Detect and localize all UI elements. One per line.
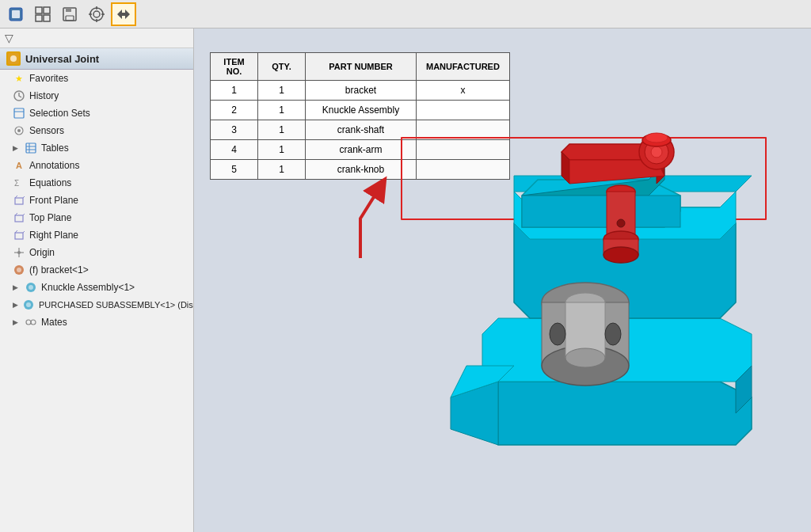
svg-text:Σ: Σ [14,179,19,188]
home-button[interactable] [3,2,29,26]
sidebar: ▽ Universal Joint ★ Favorites [0,28,194,532]
filter-icon: ▽ [5,32,13,44]
cell-qty-3: 1 [258,120,306,140]
svg-rect-2 [36,7,42,13]
assembly-icon [6,51,21,66]
right-plane-icon [13,229,25,241]
svg-point-84 [617,219,625,227]
purchased-expand-arrow: ▶ [13,301,18,309]
mates-label: Mates [41,317,67,328]
svg-line-33 [23,213,25,215]
col-header-item: ITEMNO. [211,53,258,81]
svg-point-75 [651,146,662,158]
cell-item-2: 2 [211,101,258,120]
top-plane-label: Top Plane [29,212,71,223]
target-button[interactable] [84,2,109,26]
svg-rect-68 [522,196,680,227]
knuckle-icon [25,281,37,294]
knuckle-label: Knuckle Assembly<1> [41,282,135,293]
history-label: History [29,90,59,101]
svg-point-64 [550,323,565,345]
sidebar-item-equations[interactable]: Σ Equations [0,174,193,192]
svg-rect-23 [26,143,36,153]
sidebar-item-purchased[interactable]: ▶ PURCHASED SUBASSEMBLY<1> (Diss [0,296,193,314]
svg-point-63 [565,348,605,367]
favorites-label: Favorites [29,73,68,84]
layout-button[interactable] [30,2,55,26]
sidebar-item-knuckle-assembly[interactable]: ▶ Knuckle Assembly<1> [0,279,193,296]
svg-point-46 [26,320,31,325]
svg-marker-15 [117,10,130,19]
purchased-label: PURCHASED SUBASSEMBLY<1> (Diss [39,300,193,310]
sidebar-item-right-plane[interactable]: Right Plane [0,226,193,244]
model-area [375,28,811,532]
col-header-qty: QTY. [258,53,306,81]
cell-qty-5: 1 [258,160,306,180]
cell-item-1: 1 [211,81,258,101]
svg-point-9 [90,8,103,21]
sidebar-item-selection-sets[interactable]: Selection Sets [0,104,193,122]
sidebar-item-tables[interactable]: ▶ Tables [0,139,193,157]
tables-expand-arrow: ▶ [13,144,21,152]
main-area: ▽ Universal Joint ★ Favorites [0,28,811,532]
selection-sets-label: Selection Sets [29,108,90,119]
equations-icon: Σ [13,177,25,189]
svg-point-22 [17,129,21,132]
svg-point-43 [29,285,33,290]
sidebar-filter: ▽ [0,28,193,48]
svg-point-41 [17,268,21,272]
svg-line-36 [23,230,25,233]
favorites-icon: ★ [13,72,25,85]
mates-icon [25,316,37,329]
sensors-icon [13,124,25,137]
equations-label: Equations [29,177,71,188]
save-button[interactable] [57,2,82,26]
svg-rect-5 [44,15,50,21]
sidebar-item-front-plane[interactable]: Front Plane [0,192,193,209]
sidebar-item-origin[interactable]: Origin [0,244,193,261]
cell-qty-1: 1 [258,81,306,101]
svg-rect-1 [12,10,20,18]
annotations-icon: A [13,159,25,172]
annotations-label: Annotations [29,160,79,171]
svg-point-39 [17,251,21,254]
svg-rect-19 [14,108,24,118]
cell-qty-4: 1 [258,140,306,160]
origin-icon [13,246,25,259]
toolbar [0,0,811,28]
sidebar-items: ★ Favorites History Selection Sets [0,70,193,532]
tables-label: Tables [41,142,69,154]
front-plane-icon [13,194,25,207]
tables-icon [25,142,37,154]
svg-point-65 [605,323,621,345]
origin-label: Origin [29,247,55,258]
svg-marker-49 [482,382,752,445]
svg-point-77 [645,133,668,142]
svg-rect-4 [36,15,42,21]
sidebar-item-history[interactable]: History [0,87,193,104]
cell-item-5: 5 [211,160,258,180]
sidebar-assembly-label: Universal Joint [25,53,99,65]
sidebar-item-top-plane[interactable]: Top Plane [0,209,193,226]
svg-point-47 [31,320,36,325]
sidebar-item-annotations[interactable]: A Annotations [0,157,193,174]
svg-point-83 [603,247,638,263]
purchased-icon [22,298,35,311]
history-icon [13,89,25,102]
sidebar-item-bracket[interactable]: (f) bracket<1> [0,261,193,279]
svg-point-17 [10,55,17,62]
top-plane-icon [13,211,25,224]
sidebar-item-favorites[interactable]: ★ Favorites [0,70,193,87]
sidebar-item-mates[interactable]: ▶ Mates [0,314,193,331]
nav-button[interactable] [111,2,136,26]
sensors-label: Sensors [29,125,64,136]
model-3d [411,97,775,492]
cell-qty-2: 1 [258,101,306,120]
svg-rect-31 [15,215,23,222]
selection-sets-icon [13,107,25,120]
cell-item-4: 4 [211,140,258,160]
svg-rect-8 [66,16,74,21]
sidebar-item-sensors[interactable]: Sensors [0,122,193,139]
bracket-label: (f) bracket<1> [29,264,89,276]
front-plane-label: Front Plane [29,195,78,206]
